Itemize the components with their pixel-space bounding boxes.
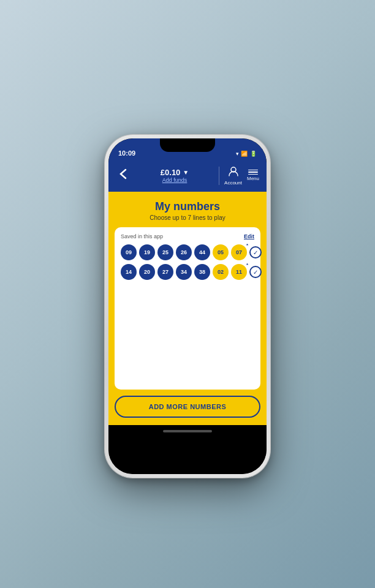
page-title: My numbers (108, 192, 267, 214)
edit-button[interactable]: Edit (244, 233, 254, 239)
notch (160, 138, 215, 152)
phone-body: 10:09 ▾︎ 📶 🔋 £0.10 (108, 138, 267, 474)
page-subtitle: Choose up to 7 lines to play (108, 214, 267, 227)
phone-case: 10:09 ▾︎ 📶 🔋 £0.10 (105, 135, 270, 478)
account-label: Account (224, 180, 242, 186)
ball-14: 14 (121, 264, 137, 280)
phone-wrapper: 10:09 ▾︎ 📶 🔋 £0.10 (105, 135, 270, 478)
menu-label: Menu (247, 176, 259, 181)
account-icon (228, 165, 239, 179)
lottery-row: 09 19 25 26 44 05 07 ✓ (121, 244, 254, 260)
ball-05: 05 (213, 244, 229, 260)
hamburger-icon (248, 170, 258, 175)
ball-27: 27 (157, 264, 173, 280)
ball-38: 38 (194, 264, 210, 280)
balance-section[interactable]: £0.10 ▼ Add funds (135, 168, 214, 183)
checkmark-icon: ✓ (253, 249, 258, 256)
ball-02: 02 (213, 264, 229, 280)
status-icons: ▾︎ 📶 🔋 (236, 151, 257, 157)
ball-11-bonus: 11 (231, 264, 247, 280)
add-funds-link[interactable]: Add funds (162, 177, 188, 183)
app-bottom (108, 425, 267, 474)
ball-44: 44 (194, 244, 210, 260)
ball-09: 09 (121, 244, 137, 260)
checkmark-icon: ✓ (253, 269, 258, 276)
wifi-icon: ▾︎ 📶 (236, 151, 248, 157)
saved-label: Saved in this app (121, 233, 163, 239)
phone-screen: 10:09 ▾︎ 📶 🔋 £0.10 (108, 138, 267, 474)
ball-34: 34 (176, 264, 192, 280)
battery-icon: 🔋 (250, 151, 257, 157)
add-more-numbers-button[interactable]: ADD MORE NUMBERS (115, 396, 260, 418)
ball-25: 25 (157, 244, 173, 260)
section-header: Saved in this app Edit (121, 233, 254, 239)
chevron-down-icon: ▼ (183, 169, 189, 176)
ball-07-bonus: 07 (231, 244, 247, 260)
balance-amount: £0.10 ▼ (161, 168, 189, 177)
numbers-section: Saved in this app Edit 09 19 25 26 44 05… (115, 227, 260, 390)
app-content: My numbers Choose up to 7 lines to play … (108, 192, 267, 425)
home-indicator (163, 430, 212, 432)
row2-check[interactable]: ✓ (249, 266, 262, 278)
account-nav-item[interactable]: Account (224, 165, 242, 186)
row1-check[interactable]: ✓ (249, 246, 262, 258)
lottery-row: 14 20 27 34 38 02 11 ✓ (121, 264, 254, 280)
app-header: £0.10 ▼ Add funds Accoun (108, 160, 267, 192)
header-divider (219, 167, 219, 185)
status-time: 10:09 (118, 149, 135, 157)
menu-nav-item[interactable]: Menu (247, 170, 259, 182)
back-button[interactable] (116, 167, 131, 184)
ball-20: 20 (139, 264, 155, 280)
add-numbers-label: ADD MORE NUMBERS (149, 403, 227, 410)
ball-26: 26 (176, 244, 192, 260)
ball-19: 19 (139, 244, 155, 260)
